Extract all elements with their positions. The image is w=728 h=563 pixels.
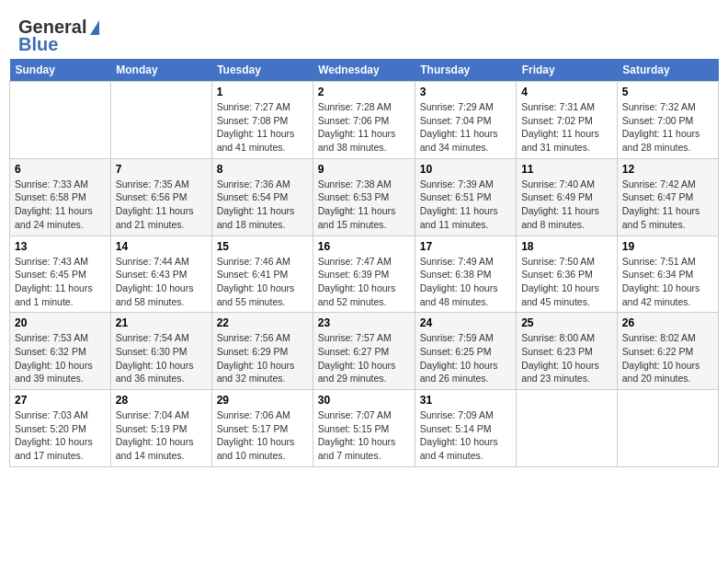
day-number: 21 [116, 316, 207, 329]
day-number: 2 [318, 86, 410, 98]
calendar-cell: 28Sunrise: 7:04 AMSunset: 5:19 PMDayligh… [110, 390, 211, 467]
day-number: 5 [622, 86, 713, 98]
day-info: Sunrise: 7:46 AMSunset: 6:41 PMDaylight:… [217, 255, 308, 309]
calendar-cell: 26Sunrise: 8:02 AMSunset: 6:22 PMDayligh… [617, 313, 718, 390]
day-number: 20 [15, 316, 106, 329]
day-info: Sunrise: 7:09 AMSunset: 5:14 PMDaylight:… [420, 408, 511, 463]
day-number: 17 [420, 240, 511, 253]
day-info: Sunrise: 7:36 AMSunset: 6:54 PMDaylight:… [217, 178, 308, 232]
day-info: Sunrise: 7:54 AMSunset: 6:30 PMDaylight:… [116, 331, 207, 385]
calendar-week-row: 27Sunrise: 7:03 AMSunset: 5:20 PMDayligh… [10, 390, 719, 467]
calendar-cell [110, 82, 211, 159]
calendar-cell: 23Sunrise: 7:57 AMSunset: 6:27 PMDayligh… [313, 313, 415, 390]
day-number: 18 [521, 240, 612, 253]
day-number: 4 [521, 86, 612, 98]
day-info: Sunrise: 8:00 AMSunset: 6:23 PMDaylight:… [521, 331, 612, 385]
calendar-cell: 6Sunrise: 7:33 AMSunset: 6:58 PMDaylight… [10, 158, 111, 236]
day-info: Sunrise: 7:03 AMSunset: 5:20 PMDaylight:… [15, 408, 106, 463]
day-number: 14 [116, 240, 207, 253]
calendar-cell: 22Sunrise: 7:56 AMSunset: 6:29 PMDayligh… [211, 313, 313, 390]
day-info: Sunrise: 7:40 AMSunset: 6:49 PMDaylight:… [521, 178, 612, 232]
calendar-week-row: 13Sunrise: 7:43 AMSunset: 6:45 PMDayligh… [10, 236, 719, 313]
calendar-week-row: 6Sunrise: 7:33 AMSunset: 6:58 PMDaylight… [10, 158, 719, 236]
day-number: 6 [15, 163, 106, 176]
day-info: Sunrise: 7:28 AMSunset: 7:06 PMDaylight:… [318, 100, 410, 155]
day-number: 31 [420, 394, 511, 407]
day-number: 25 [521, 316, 612, 329]
day-info: Sunrise: 7:56 AMSunset: 6:29 PMDaylight:… [217, 331, 308, 385]
day-info: Sunrise: 7:50 AMSunset: 6:36 PMDaylight:… [521, 255, 612, 309]
day-info: Sunrise: 7:42 AMSunset: 6:47 PMDaylight:… [622, 178, 713, 232]
calendar-cell: 18Sunrise: 7:50 AMSunset: 6:36 PMDayligh… [517, 236, 618, 313]
day-info: Sunrise: 7:47 AMSunset: 6:39 PMDaylight:… [318, 255, 410, 309]
day-number: 29 [217, 394, 308, 407]
calendar-cell: 15Sunrise: 7:46 AMSunset: 6:41 PMDayligh… [211, 236, 313, 313]
day-info: Sunrise: 7:06 AMSunset: 5:17 PMDaylight:… [217, 408, 308, 463]
col-header-sunday: Sunday [10, 59, 111, 82]
day-number: 26 [622, 316, 713, 329]
calendar-cell: 13Sunrise: 7:43 AMSunset: 6:45 PMDayligh… [10, 236, 111, 313]
logo: General Blue [18, 17, 99, 55]
day-info: Sunrise: 7:35 AMSunset: 6:56 PMDaylight:… [116, 178, 207, 232]
calendar-cell: 1Sunrise: 7:27 AMSunset: 7:08 PMDaylight… [211, 82, 313, 159]
col-header-friday: Friday [517, 59, 618, 82]
day-number: 19 [622, 240, 713, 253]
day-number: 22 [217, 316, 308, 329]
calendar-cell: 4Sunrise: 7:31 AMSunset: 7:02 PMDaylight… [517, 82, 618, 159]
calendar-table: SundayMondayTuesdayWednesdayThursdayFrid… [9, 59, 719, 467]
calendar-cell: 24Sunrise: 7:59 AMSunset: 6:25 PMDayligh… [415, 313, 516, 390]
day-number: 10 [420, 163, 511, 176]
day-number: 12 [622, 163, 713, 176]
day-number: 15 [217, 240, 308, 253]
day-info: Sunrise: 7:32 AMSunset: 7:00 PMDaylight:… [622, 100, 713, 155]
calendar-cell: 20Sunrise: 7:53 AMSunset: 6:32 PMDayligh… [10, 313, 111, 390]
day-number: 28 [116, 394, 207, 407]
calendar-cell: 31Sunrise: 7:09 AMSunset: 5:14 PMDayligh… [415, 390, 516, 467]
day-info: Sunrise: 7:07 AMSunset: 5:15 PMDaylight:… [318, 408, 410, 463]
day-number: 16 [318, 240, 410, 253]
calendar-cell: 16Sunrise: 7:47 AMSunset: 6:39 PMDayligh… [313, 236, 415, 313]
calendar-cell: 11Sunrise: 7:40 AMSunset: 6:49 PMDayligh… [517, 158, 618, 236]
day-number: 1 [217, 86, 308, 98]
calendar-cell: 7Sunrise: 7:35 AMSunset: 6:56 PMDaylight… [110, 158, 211, 236]
day-info: Sunrise: 7:44 AMSunset: 6:43 PMDaylight:… [116, 255, 207, 309]
page-header: General Blue [9, 9, 719, 59]
logo-triangle-icon [90, 20, 99, 35]
day-number: 8 [217, 163, 308, 176]
calendar-cell: 27Sunrise: 7:03 AMSunset: 5:20 PMDayligh… [10, 390, 111, 467]
calendar-cell [517, 390, 618, 467]
col-header-thursday: Thursday [415, 59, 516, 82]
day-info: Sunrise: 7:33 AMSunset: 6:58 PMDaylight:… [15, 178, 106, 232]
col-header-wednesday: Wednesday [313, 59, 415, 82]
calendar-cell: 2Sunrise: 7:28 AMSunset: 7:06 PMDaylight… [313, 82, 415, 159]
day-info: Sunrise: 8:02 AMSunset: 6:22 PMDaylight:… [622, 331, 713, 385]
calendar-cell: 14Sunrise: 7:44 AMSunset: 6:43 PMDayligh… [110, 236, 211, 313]
calendar-cell: 30Sunrise: 7:07 AMSunset: 5:15 PMDayligh… [313, 390, 415, 467]
day-info: Sunrise: 7:43 AMSunset: 6:45 PMDaylight:… [15, 255, 106, 309]
col-header-tuesday: Tuesday [211, 59, 313, 82]
calendar-cell: 5Sunrise: 7:32 AMSunset: 7:00 PMDaylight… [617, 82, 718, 159]
day-info: Sunrise: 7:39 AMSunset: 6:51 PMDaylight:… [420, 178, 511, 232]
day-number: 9 [318, 163, 410, 176]
day-number: 27 [15, 394, 106, 407]
calendar-cell [10, 82, 111, 159]
calendar-cell: 17Sunrise: 7:49 AMSunset: 6:38 PMDayligh… [415, 236, 516, 313]
day-info: Sunrise: 7:04 AMSunset: 5:19 PMDaylight:… [116, 408, 207, 463]
day-number: 3 [420, 86, 511, 98]
calendar-cell: 25Sunrise: 8:00 AMSunset: 6:23 PMDayligh… [517, 313, 618, 390]
day-number: 11 [521, 163, 612, 176]
col-header-saturday: Saturday [617, 59, 718, 82]
calendar-cell: 3Sunrise: 7:29 AMSunset: 7:04 PMDaylight… [415, 82, 516, 159]
day-number: 7 [116, 163, 207, 176]
calendar-cell: 29Sunrise: 7:06 AMSunset: 5:17 PMDayligh… [211, 390, 313, 467]
day-number: 30 [318, 394, 410, 407]
calendar-week-row: 20Sunrise: 7:53 AMSunset: 6:32 PMDayligh… [10, 313, 719, 390]
calendar-header-row: SundayMondayTuesdayWednesdayThursdayFrid… [10, 59, 719, 82]
calendar-week-row: 1Sunrise: 7:27 AMSunset: 7:08 PMDaylight… [10, 82, 719, 159]
calendar-cell: 21Sunrise: 7:54 AMSunset: 6:30 PMDayligh… [110, 313, 211, 390]
day-info: Sunrise: 7:57 AMSunset: 6:27 PMDaylight:… [318, 331, 410, 385]
day-info: Sunrise: 7:51 AMSunset: 6:34 PMDaylight:… [622, 255, 713, 309]
day-info: Sunrise: 7:38 AMSunset: 6:53 PMDaylight:… [318, 178, 410, 232]
calendar-cell: 10Sunrise: 7:39 AMSunset: 6:51 PMDayligh… [415, 158, 516, 236]
calendar-cell [617, 390, 718, 467]
